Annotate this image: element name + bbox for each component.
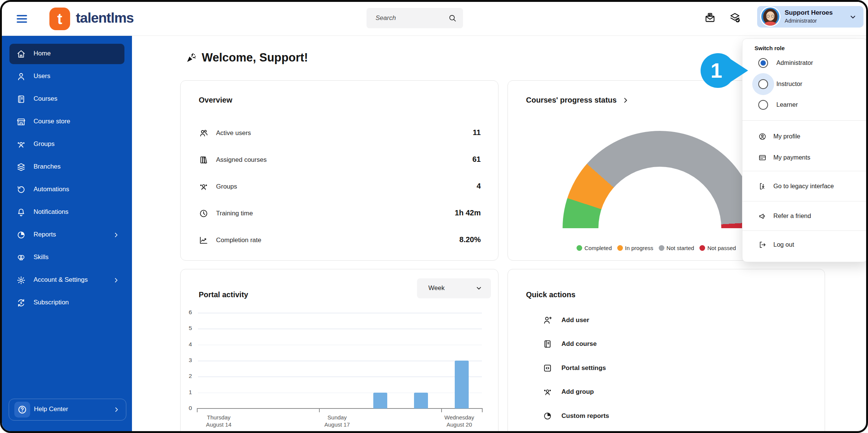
app-window: $ t talentlms <box>0 0 868 433</box>
progress-status-header[interactable]: Courses' progress status <box>526 96 629 104</box>
sidebar-item-account-settings[interactable]: Account & Settings <box>2 270 132 290</box>
quick-action-portal-settings[interactable]: Portal settings <box>561 364 606 372</box>
menu-item-legacy-interface[interactable]: Go to legacy interface <box>773 183 834 190</box>
overview-card: Overview Active users 11 Assigned course… <box>180 80 498 261</box>
legacy-exit-icon <box>758 182 767 190</box>
user-name: Support Heroes <box>785 9 833 17</box>
role-label-instructor[interactable]: Instructor <box>776 80 802 88</box>
quick-action-add-user[interactable]: Add user <box>561 316 589 324</box>
sidebar-item-label: Automations <box>34 186 69 193</box>
switch-role-label: Switch role <box>755 45 785 51</box>
radio-instructor[interactable] <box>758 79 768 89</box>
overview-row-label: Completion rate <box>216 236 261 244</box>
sidebar-item-branches[interactable]: Branches <box>2 157 132 177</box>
sidebar-item-groups[interactable]: Groups <box>2 134 132 155</box>
logo-letter: t <box>57 11 62 28</box>
legend-dot-in-progress <box>617 245 623 251</box>
progress-gauge <box>563 131 757 228</box>
sidebar-item-automations[interactable]: Automations <box>2 180 132 200</box>
pie-chart-icon <box>16 230 26 240</box>
legend-dot-completed <box>577 245 582 251</box>
sidebar-item-course-store[interactable]: Course store <box>2 112 132 132</box>
search-icon[interactable] <box>448 14 457 23</box>
portal-settings-icon <box>543 363 552 373</box>
sidebar-item-skills[interactable]: Skills <box>2 247 132 268</box>
sidebar-item-notifications[interactable]: Notifications <box>2 202 132 223</box>
sidebar-item-label: Skills <box>34 253 49 261</box>
branch-stack-badge-icon[interactable] <box>729 12 741 24</box>
sidebar-item-reports[interactable]: Reports <box>2 225 132 245</box>
chevron-down-icon <box>475 284 483 292</box>
role-label-learner[interactable]: Learner <box>776 101 798 108</box>
brain-icon <box>16 253 26 263</box>
range-select[interactable]: Week <box>417 278 491 298</box>
sidebar-item-courses[interactable]: Courses <box>2 89 132 109</box>
role-label-administrator[interactable]: Administrator <box>776 59 813 66</box>
quick-actions-title: Quick actions <box>526 290 575 299</box>
chevron-right-icon <box>113 406 120 413</box>
inbox-message-icon[interactable] <box>704 12 716 24</box>
quick-action-custom-reports[interactable]: Custom reports <box>561 412 609 420</box>
overview-row-value: 61 <box>405 155 481 164</box>
quick-actions-card: Quick actions Add user Add course Portal… <box>508 269 825 433</box>
chevron-down-icon[interactable] <box>849 13 857 21</box>
home-icon <box>16 49 26 59</box>
sidebar-item-label: Users <box>34 72 50 80</box>
trend-chart-icon <box>199 235 209 245</box>
help-center-button[interactable]: Help Center <box>9 399 126 421</box>
user-role: Administrator <box>785 18 817 24</box>
legend-label: In progress <box>625 245 653 251</box>
legend-dot-not-passed <box>699 245 705 251</box>
party-popper-icon <box>185 52 197 64</box>
menu-divider <box>742 171 868 171</box>
sidebar-item-label: Account & Settings <box>34 276 88 284</box>
search-bar[interactable] <box>367 8 463 28</box>
custom-reports-icon <box>543 411 552 421</box>
radio-learner[interactable] <box>758 100 768 110</box>
sidebar-item-label: Groups <box>34 140 55 148</box>
page-title: Welcome, Support! <box>202 51 308 64</box>
portal-activity-title: Portal activity <box>199 290 248 299</box>
bell-icon <box>16 207 26 217</box>
quick-action-add-group[interactable]: Add group <box>561 388 594 396</box>
overview-row-value: 4 <box>405 182 481 190</box>
sidebar-item-home[interactable]: Home <box>2 44 132 64</box>
menu-item-log-out[interactable]: Log out <box>773 241 794 248</box>
menu-item-my-payments[interactable]: My payments <box>773 154 810 161</box>
menu-item-refer-friend[interactable]: Refer a friend <box>773 212 811 220</box>
sidebar-item-label: Branches <box>34 163 61 170</box>
annotation-pointer-shape <box>701 53 748 88</box>
groups-icon <box>199 182 209 192</box>
sidebar-item-subscription[interactable]: Subscription <box>2 293 132 313</box>
add-user-icon <box>543 315 552 325</box>
logo-wordmark: talentlms <box>76 10 133 26</box>
gear-icon <box>16 275 26 285</box>
range-select-value: Week <box>428 284 445 292</box>
legend-label: Not passed <box>707 245 736 251</box>
overview-row-value: 8.20% <box>405 235 481 244</box>
quick-action-add-course[interactable]: Add course <box>561 340 597 348</box>
menu-item-my-profile[interactable]: My profile <box>773 133 801 140</box>
menu-divider <box>742 230 868 231</box>
overview-row-label: Active users <box>216 129 251 137</box>
sidebar-item-label: Courses <box>34 95 57 103</box>
menu-divider <box>742 201 868 201</box>
question-circle-icon <box>14 402 30 418</box>
chevron-right-icon <box>622 97 629 104</box>
annotation-step-badge: 1 <box>701 51 750 90</box>
user-dropdown-menu: Switch role Administrator Instructor Lea… <box>742 38 868 262</box>
legend-label: Not started <box>667 245 694 251</box>
hamburger-menu-icon[interactable] <box>15 12 28 25</box>
sidebar-item-label: Notifications <box>34 208 69 216</box>
legend-item: Not started <box>659 245 694 251</box>
progress-status-title: Courses' progress status <box>526 96 616 104</box>
overview-row-value: 11 <box>405 128 481 137</box>
add-group-icon <box>543 387 552 397</box>
logo-mark: t <box>49 8 70 30</box>
top-header: t talentlms Support Heroes Administrator <box>2 2 868 36</box>
sidebar-item-users[interactable]: Users <box>2 66 132 87</box>
credit-card-icon <box>758 154 767 162</box>
avatar[interactable] <box>761 8 779 26</box>
overview-row-label: Groups <box>216 183 237 190</box>
radio-administrator[interactable] <box>758 58 768 68</box>
